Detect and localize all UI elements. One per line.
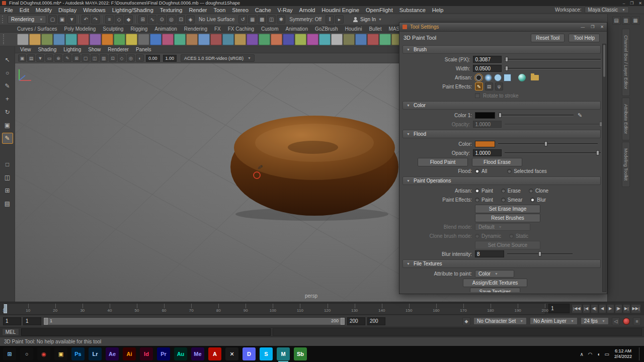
panel-menu-view[interactable]: View [20,47,31,52]
shelf-tool-icon[interactable] [295,34,306,45]
set-key-icon[interactable]: ◆ [462,317,470,325]
flood-color-slider[interactable] [498,141,598,147]
shelf-tool-icon[interactable] [53,34,65,45]
shelf-tool-icon[interactable] [150,34,162,45]
gamma-field[interactable]: 1.00 [163,55,177,62]
exposure-field[interactable]: 0.00 [146,55,160,62]
playback-end-field[interactable]: 200 [367,317,385,325]
window-resize-grip[interactable]: ☰ [501,289,505,294]
audition-icon[interactable]: Au [174,347,187,360]
shelf-tool-icon[interactable] [126,34,137,45]
shelf-tool-icon[interactable] [102,34,113,45]
snap-plane-icon[interactable]: ⊡ [177,15,185,24]
blur-intensity-input[interactable]: 8 [475,250,504,257]
menu-substance[interactable]: Substance [399,7,426,13]
menu-cache[interactable]: Cache [255,7,271,13]
indesign-icon[interactable]: Id [140,347,153,360]
file-save-icon[interactable]: ▼ [67,15,76,24]
safe-title-icon[interactable]: ◎ [127,54,135,62]
film-gate-icon[interactable]: ▢ [82,54,90,62]
shelf-tool-icon[interactable] [355,34,367,45]
menu-toon[interactable]: Toon [214,7,226,13]
shelf-tool-icon[interactable] [41,34,53,45]
isolate-select-icon[interactable]: ◐ [136,54,144,62]
field-chart-icon[interactable]: ⊡ [109,54,117,62]
shelf-tool-icon[interactable] [186,34,198,45]
shelf-tool-icon[interactable] [222,34,234,45]
shelf-tab-sculpting[interactable]: Sculpting [103,26,123,32]
command-language-toggle[interactable]: MEL [2,328,19,336]
dock-tab-attribute-editor[interactable]: Attribute Editor [622,98,630,141]
step-forward-key-button[interactable]: |▶ [615,304,622,313]
shelf-tab-rigging[interactable]: Rigging [130,26,147,32]
shelf-tool-icon[interactable] [379,34,391,45]
flood-paint-button[interactable]: Flood Paint [418,158,468,166]
pe-smear-radio[interactable]: Smear [501,197,522,203]
shelf-tool-icon[interactable] [210,34,222,45]
eyedropper-icon[interactable]: ✎ [578,112,582,119]
menu-render[interactable]: Render [189,7,207,13]
shelf-tab-poly-modeling[interactable]: Poly Modeling [64,26,96,32]
paint-operations-section-header[interactable]: ▼ Paint Operations [403,176,601,185]
go-to-start-button[interactable]: |◀◀ [572,304,582,313]
shelf-tab-animation[interactable]: Animation [154,26,177,32]
shelf-tool-icon[interactable] [343,34,355,45]
shelf-tool-icon[interactable] [77,34,89,45]
set-erase-image-button[interactable]: Set Erase Image [475,205,540,213]
flood-all-radio[interactable]: All [475,168,487,174]
range-slider[interactable]: 1 200 [43,317,345,325]
select-hierarchy-icon[interactable]: ≡ [105,15,114,24]
shelf-tool-icon[interactable] [198,34,210,45]
artisan-erase-radio[interactable]: Erase [501,188,521,194]
render-settings-icon[interactable]: ✱ [277,15,285,24]
browse-stamp-folder-icon[interactable] [531,75,539,80]
color-opacity-input[interactable]: 1.0000 [473,121,502,128]
title-bar[interactable]: Final DOughnut.0006.mb* - Autodesk MAYA … [0,0,644,6]
save-textures-button[interactable]: Save Textures [470,288,520,293]
shelf-tool-icon[interactable] [174,34,186,45]
panel-menu-panels[interactable]: Panels [136,47,151,52]
view-transform-dropdown[interactable]: ACES 1.0 SDR-video (sRGB) ▼ [181,54,255,62]
shelf-tab-houdini[interactable]: Houdini [345,26,362,32]
lasso-select-tool[interactable]: ○ [2,67,13,78]
file-explorer-icon[interactable]: ▣ [54,347,67,360]
paint-effects-pencil-icon[interactable]: ✎ [475,82,483,90]
stamp-image-icon[interactable] [518,74,526,81]
shelf-tab-rendering[interactable]: Rendering [184,26,207,32]
shelf-tool-icon[interactable] [162,34,174,45]
flood-section-header[interactable]: ▼ Flood [403,130,601,138]
color-opacity-slider[interactable] [505,121,601,127]
attribute-to-paint-dropdown[interactable]: Color ▼ [475,270,514,278]
maximize-button[interactable]: ❐ [630,1,633,6]
tray-volume-icon[interactable]: ◖ [597,351,600,357]
bookmarks-icon[interactable]: ▼ [36,54,44,62]
step-back-key-button[interactable]: ◀| [591,304,598,313]
undo-icon[interactable]: ↶ [82,15,90,24]
tray-battery-icon[interactable]: ▭ [605,351,609,357]
sign-in-button[interactable]: Sign In ▼ [353,17,382,22]
maya-icon[interactable]: M [277,347,290,360]
media-encoder-icon[interactable]: Me [191,347,204,360]
time-slider[interactable]: 1102030405060708090100110120130140150160… [3,303,545,315]
animation-preferences-icon[interactable]: ≡ [633,317,641,325]
ipr-refresh-icon[interactable]: ▸ [335,15,344,24]
two-pane-layout-button[interactable]: ◫ [2,172,13,183]
snap-center-icon[interactable]: ◎ [167,15,176,24]
anim-layer-dropdown[interactable]: No Anim Layer ▼ [530,317,578,325]
shelf-tab-curves-surfaces[interactable]: Curves / Surfaces [17,26,57,32]
rotate-to-stroke-checkbox[interactable] [475,93,480,98]
flood-color-swatch[interactable] [475,141,495,147]
shelf-tool-icon[interactable] [65,34,77,45]
file-open-icon[interactable]: ▣ [58,15,66,24]
2d-pan-zoom-icon[interactable]: ⊕ [54,54,62,62]
color-section-header[interactable]: ▼ Color [403,101,601,110]
flood-erase-button[interactable]: Flood Erase [472,158,522,166]
color1-swatch[interactable] [475,112,495,119]
shelf-tool-icon[interactable] [259,34,270,45]
pe-blur-radio[interactable]: Blur [530,197,546,203]
tool-settings-scrollbar[interactable] [602,44,606,292]
current-tool-3d-paint[interactable]: ✎ [2,133,13,144]
select-tool[interactable]: ↖ [2,54,13,65]
auto-keyframe-toggle[interactable] [623,318,630,325]
clone-dynamic-radio[interactable]: Dynamic [475,233,501,239]
